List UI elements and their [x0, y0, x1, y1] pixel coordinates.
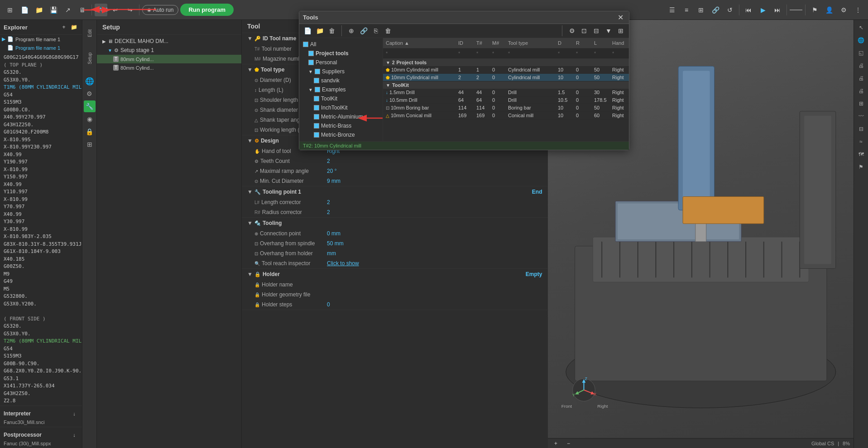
- rewind-button[interactable]: ⏮: [742, 4, 755, 16]
- viewport-minus-button[interactable]: −: [564, 439, 573, 448]
- tree-metric-br[interactable]: Metric-Brass: [299, 121, 383, 130]
- cam-button[interactable]: CAM: [95, 4, 107, 16]
- right-icon-grid[interactable]: ⊞: [855, 98, 867, 110]
- popup-delete-button[interactable]: 🗑: [326, 26, 337, 36]
- col-r-header[interactable]: R: [573, 39, 591, 47]
- user-button[interactable]: 👤: [823, 4, 835, 16]
- tree-suppliers[interactable]: ▼ Suppliers: [299, 67, 383, 76]
- right-icon-waves[interactable]: ≈: [855, 136, 867, 148]
- more-button[interactable]: ⋮: [852, 4, 864, 16]
- new-file-button[interactable]: 📄: [18, 4, 31, 16]
- vtab-table[interactable]: ⊞: [84, 138, 96, 150]
- program-file-sub-item[interactable]: 📄 Program file name 1: [0, 43, 82, 52]
- tree-metric-bronze-checkbox[interactable]: [314, 132, 319, 138]
- tool-reach-inspector-value[interactable]: Click to show: [327, 260, 359, 267]
- vtab-edit[interactable]: Edit: [84, 22, 95, 44]
- viewport-add-button[interactable]: +: [551, 439, 561, 448]
- redo-button[interactable]: ↪: [124, 4, 136, 16]
- popup-add-button[interactable]: ⊕: [346, 26, 357, 36]
- popup-link-button[interactable]: 🔗: [358, 26, 369, 36]
- postprocessor-download-button[interactable]: ↓: [70, 431, 78, 439]
- right-icon-globe[interactable]: 🌐: [855, 34, 867, 46]
- popup-filter2-button[interactable]: ▼: [603, 26, 614, 36]
- tree-metric-bronze[interactable]: Metric-Bronze: [299, 130, 383, 139]
- table-row-1[interactable]: ⬟10mm Cylindrical mill 1 1 0 Cylindrical…: [383, 66, 629, 74]
- link-button[interactable]: 🔗: [709, 4, 722, 16]
- grid-button[interactable]: ⊞: [695, 4, 707, 16]
- tree-personal-checkbox[interactable]: [308, 60, 314, 65]
- tree-sandvik[interactable]: sandvik: [299, 76, 383, 85]
- col-id-header[interactable]: ID: [456, 39, 474, 47]
- right-icon-wave[interactable]: 〰: [855, 110, 867, 122]
- list-button[interactable]: ≡: [680, 4, 693, 16]
- right-icon-print3[interactable]: 🖨: [855, 85, 867, 97]
- right-icon-flag[interactable]: ⚑: [855, 161, 867, 173]
- right-icon-table[interactable]: ⊟: [855, 123, 867, 135]
- right-icon-print2[interactable]: 🖨: [855, 72, 867, 84]
- code-editor[interactable]: G00G21G40G4G69G8G80G90G17 ( TOP PLANE ) …: [0, 52, 82, 405]
- col-caption-header[interactable]: Caption ▲: [383, 39, 456, 47]
- popup-sort-button[interactable]: ⊟: [591, 26, 602, 36]
- vtab-tool[interactable]: 🔧: [84, 100, 96, 112]
- tool-section-tooling-header[interactable]: ▼ 🔩 Tooling: [242, 218, 548, 229]
- vtab-circle[interactable]: ◉: [84, 113, 96, 125]
- explorer-add-button[interactable]: +: [59, 23, 68, 32]
- popup-trash-button[interactable]: 🗑: [383, 26, 393, 36]
- group-project-tools[interactable]: ▼ 2 Project tools: [383, 59, 629, 66]
- right-icon-print[interactable]: 🖨: [855, 60, 867, 71]
- export-button[interactable]: ↗: [62, 4, 74, 16]
- save-button[interactable]: 💾: [47, 4, 60, 16]
- col-m-header[interactable]: M#: [489, 39, 505, 47]
- col-l-header[interactable]: L: [591, 39, 609, 47]
- vtab-gear[interactable]: ⚙: [84, 88, 96, 100]
- flag-button[interactable]: ⚑: [808, 4, 821, 16]
- open-button[interactable]: 📁: [33, 4, 45, 16]
- popup-copy-button[interactable]: ⎘: [370, 26, 381, 36]
- vtab-setup[interactable]: Setup: [84, 47, 95, 70]
- tree-examples-checkbox[interactable]: [315, 87, 320, 92]
- fastforward-button[interactable]: ⏭: [771, 4, 784, 16]
- setup-tool-item-2[interactable]: T 80mm Cylind...: [97, 63, 241, 72]
- col-d-header[interactable]: D: [555, 39, 573, 47]
- tree-project-tools[interactable]: Project tools: [299, 49, 383, 58]
- popup-grid-button[interactable]: ⊞: [615, 26, 626, 36]
- monitor-button[interactable]: 🖥: [76, 4, 89, 16]
- tree-all[interactable]: All: [299, 40, 383, 49]
- popup-filter-button[interactable]: ⊡: [579, 26, 590, 36]
- popup-settings-button[interactable]: ⚙: [566, 26, 577, 36]
- col-t-header[interactable]: T#: [474, 39, 489, 47]
- tree-inchtoolkit[interactable]: InchToolKit: [299, 103, 383, 112]
- setup-machine-item[interactable]: ▶ 🖥 DECKEL MAHO DM...: [97, 37, 241, 46]
- tool-section-tooling-point-header[interactable]: ▼ 🔧 Tooling point 1 End: [242, 186, 548, 197]
- hamburger-button[interactable]: ☰: [666, 4, 678, 16]
- vtab-globe[interactable]: 🌐: [84, 75, 96, 87]
- setup-tool-item-1[interactable]: T 80mm Cylind...: [97, 55, 241, 63]
- col-hand-header[interactable]: Hand: [609, 39, 629, 47]
- tree-examples[interactable]: ▼ Examples: [299, 85, 383, 94]
- tree-metric-al-checkbox[interactable]: [314, 114, 319, 119]
- table-row-4[interactable]: ↓10.5mm Drill 64 64 0 Drill 10.5 0 178.5…: [383, 96, 629, 104]
- tree-inchtoolkit-checkbox[interactable]: [314, 105, 319, 110]
- program-file-item[interactable]: ▶ 📄 Program file name 1: [0, 35, 82, 43]
- tool-section-holder-header[interactable]: ▼ 🔒 Holder Empty: [242, 269, 548, 280]
- undo-button[interactable]: ↩: [109, 4, 122, 16]
- vtab-lock[interactable]: 🔒: [84, 126, 96, 138]
- auto-run-button[interactable]: ◉ Auto run: [142, 5, 178, 15]
- popup-folder-button[interactable]: 📁: [314, 26, 325, 36]
- tree-metric-br-checkbox[interactable]: [314, 123, 319, 129]
- interpreter-download-button[interactable]: ↓: [70, 410, 78, 418]
- tree-sandvik-checkbox[interactable]: [314, 78, 319, 83]
- table-row-3[interactable]: ↓1.5mm Drill 44 44 0 Drill 1.5 0 30 Righ…: [383, 89, 629, 96]
- tree-metric-al[interactable]: Metric-Aluminium: [299, 112, 383, 121]
- tree-suppliers-checkbox[interactable]: [315, 69, 320, 74]
- tree-toolkit-checkbox[interactable]: [314, 96, 319, 101]
- refresh-button[interactable]: ↺: [724, 4, 736, 16]
- settings-button[interactable]: ⚙: [837, 4, 850, 16]
- tree-all-checkbox[interactable]: [303, 42, 308, 47]
- play-button[interactable]: ▶: [757, 4, 769, 16]
- col-type-header[interactable]: Tool type: [505, 39, 555, 47]
- right-icon-cursor[interactable]: ↖: [855, 22, 867, 33]
- run-program-button[interactable]: Run program: [180, 4, 234, 16]
- apps-button[interactable]: ⊞: [4, 4, 16, 16]
- tree-project-tools-checkbox[interactable]: [308, 51, 314, 56]
